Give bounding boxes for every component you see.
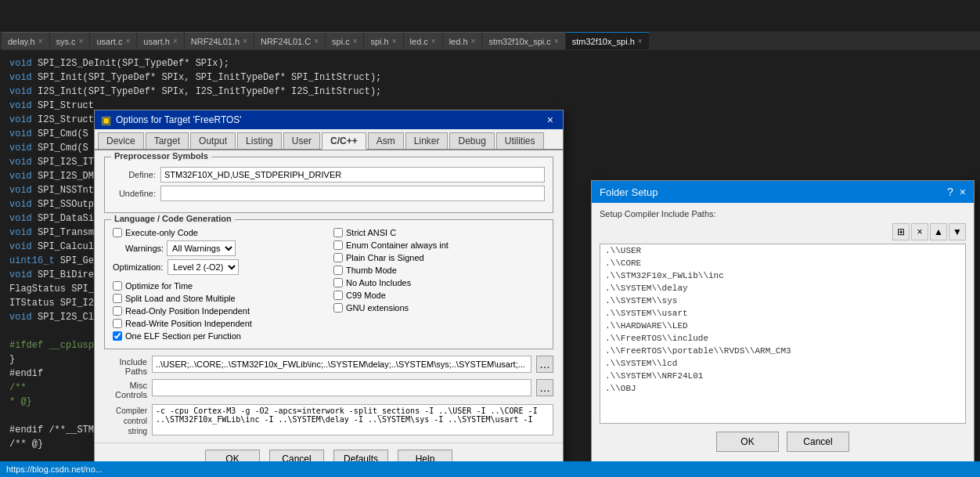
tab-close-icon[interactable]: ×	[173, 37, 178, 45]
folder-up-button[interactable]: ▲	[930, 223, 947, 240]
list-item[interactable]: .\\SYSTEM\\delay	[600, 282, 965, 295]
optimize-time-row: Optimize for Time	[113, 281, 324, 291]
list-item[interactable]: .\\FreeRTOS\\include	[600, 332, 965, 345]
c99-checkbox[interactable]	[333, 291, 343, 300]
folder-setup-dialog: Folder Setup ? × Setup Compiler Include …	[591, 180, 975, 462]
tab-close-icon[interactable]: ×	[125, 37, 130, 45]
folder-dialog-titlebar: Folder Setup ? ×	[592, 181, 974, 203]
tab-usart-h[interactable]: usart.h ×	[137, 32, 183, 49]
tab-sys-c[interactable]: sys.c ×	[50, 32, 90, 49]
warnings-label: Warnings:	[125, 244, 164, 253]
define-input[interactable]	[160, 167, 545, 182]
tab-user[interactable]: User	[283, 132, 320, 149]
tab-spi-h[interactable]: spi.h ×	[364, 32, 402, 49]
list-item[interactable]: .\\SYSTEM\\lcd	[600, 357, 965, 370]
list-item[interactable]: .\\CORE	[600, 257, 965, 269]
folder-delete-button[interactable]: ×	[911, 223, 928, 240]
tab-target[interactable]: Target	[146, 132, 189, 149]
list-item[interactable]: .\\SYSTEM\\usart	[600, 307, 965, 320]
tab-label: led.c	[410, 37, 428, 46]
optimization-row: Optimization: Level 2 (-O2)	[113, 259, 324, 275]
plain-char-checkbox[interactable]	[333, 253, 343, 262]
list-item[interactable]: .\\USER	[600, 244, 965, 257]
folder-dialog-content: Setup Compiler Include Paths: ⊞ × ▲ ▼ .\…	[592, 203, 974, 461]
execute-only-checkbox[interactable]	[113, 228, 122, 237]
list-item[interactable]: .\\SYSTEM\\NRF24L01	[600, 370, 965, 382]
tab-close-icon[interactable]: ×	[638, 37, 643, 45]
split-load-checkbox[interactable]	[113, 294, 122, 303]
tab-close-icon[interactable]: ×	[243, 37, 247, 45]
tab-linker[interactable]: Linker	[405, 132, 449, 149]
undefine-label: Undefine:	[113, 189, 156, 198]
folder-action-buttons: OK Cancel	[600, 424, 966, 455]
one-elf-row: One ELF Section per Function	[113, 331, 324, 341]
folder-toolbar: ⊞ × ▲ ▼	[600, 223, 966, 240]
tab-led-c[interactable]: led.c ×	[404, 32, 442, 49]
read-only-checkbox[interactable]	[113, 306, 122, 316]
tab-delay-h[interactable]: delay.h ×	[2, 32, 49, 49]
include-paths-browse-button[interactable]: …	[536, 356, 553, 373]
one-elf-checkbox[interactable]	[113, 331, 122, 341]
undefine-input[interactable]	[160, 186, 545, 201]
tab-close-icon[interactable]: ×	[392, 37, 397, 45]
optimization-select[interactable]: Level 2 (-O2)	[168, 259, 239, 275]
misc-controls-browse-button[interactable]: …	[536, 379, 553, 396]
folder-path-list[interactable]: .\\USER .\\CORE .\\STM32F10x_FWLib\\inc …	[600, 244, 966, 424]
options-dialog: ▣ Options for Target 'FreeRTOS' × Device…	[94, 110, 564, 475]
list-item[interactable]: .\\HARDWARE\\LED	[600, 320, 965, 332]
list-item[interactable]: .\\OBJ	[600, 382, 965, 395]
status-bar: https://blog.csdn.net/no...	[0, 461, 980, 477]
folder-add-button[interactable]: ⊞	[892, 223, 910, 240]
tab-label: stm32f10x_spi.c	[488, 37, 550, 46]
list-item[interactable]: .\\STM32F10x_FWLib\\inc	[600, 269, 965, 282]
folder-down-button[interactable]: ▼	[949, 223, 966, 240]
tab-output[interactable]: Output	[190, 132, 236, 149]
tab-stm32-spi-h[interactable]: stm32f10x_spi.h ×	[566, 32, 649, 49]
tab-close-icon[interactable]: ×	[554, 37, 559, 45]
list-item[interactable]: .\\FreeRTOS\\portable\\RVDS\\ARM_CM3	[600, 345, 965, 357]
tab-cpp[interactable]: C/C++	[322, 132, 366, 150]
optimize-time-checkbox[interactable]	[113, 281, 122, 291]
warnings-select[interactable]: All Warnings	[167, 240, 236, 256]
tab-close-icon[interactable]: ×	[431, 37, 436, 45]
strict-ansi-label: Strict ANSI C	[346, 228, 396, 237]
misc-controls-input[interactable]	[152, 379, 531, 396]
no-auto-checkbox[interactable]	[333, 278, 343, 287]
list-item[interactable]: .\\SYSTEM\\sys	[600, 295, 965, 307]
read-write-checkbox[interactable]	[113, 319, 122, 328]
thumb-mode-checkbox[interactable]	[333, 266, 343, 275]
gnu-ext-label: GNU extensions	[346, 303, 409, 313]
tab-nrf24l01-h[interactable]: NRF24L01.h ×	[185, 32, 254, 49]
folder-help-button[interactable]: ?	[947, 186, 953, 198]
split-load-row: Split Load and Store Multiple	[113, 294, 324, 303]
tab-asm[interactable]: Asm	[368, 132, 404, 149]
strict-ansi-checkbox[interactable]	[333, 228, 343, 237]
compiler-string-input[interactable]: -c -cpu Cortex-M3 -g -O2 -apcs=interwork…	[152, 404, 553, 435]
tab-led-h[interactable]: led.h ×	[443, 32, 482, 49]
tab-nrf24l01-c[interactable]: NRF24L01.C ×	[254, 32, 325, 49]
folder-close-button[interactable]: ×	[960, 186, 966, 198]
enum-container-checkbox[interactable]	[333, 240, 343, 250]
tab-utilities[interactable]: Utilities	[496, 132, 544, 149]
tab-debug[interactable]: Debug	[449, 132, 494, 149]
tab-label: stm32f10x_spi.h	[572, 37, 635, 46]
tab-close-icon[interactable]: ×	[353, 37, 358, 45]
folder-cancel-button[interactable]: Cancel	[787, 432, 849, 452]
dialog-close-button[interactable]: ×	[544, 114, 557, 126]
tab-listing[interactable]: Listing	[237, 132, 282, 149]
tab-label: NRF24L01.h	[191, 37, 240, 46]
tab-usart-c[interactable]: usart.c ×	[90, 32, 136, 49]
gnu-ext-checkbox[interactable]	[333, 303, 343, 313]
tab-close-icon[interactable]: ×	[314, 37, 319, 45]
folder-ok-button[interactable]: OK	[716, 432, 779, 452]
include-paths-input[interactable]	[152, 356, 531, 373]
tab-close-icon[interactable]: ×	[471, 37, 476, 45]
tab-close-icon[interactable]: ×	[79, 37, 84, 45]
plain-char-row: Plain Char is Signed	[333, 253, 545, 262]
tab-device[interactable]: Device	[98, 132, 144, 149]
tab-spi-c[interactable]: spi.c ×	[326, 32, 363, 49]
tab-stm32-spi-c[interactable]: stm32f10x_spi.c ×	[482, 32, 564, 49]
tab-close-icon[interactable]: ×	[38, 37, 43, 45]
status-url: https://blog.csdn.net/no...	[6, 464, 103, 474]
tab-bar: delay.h × sys.c × usart.c × usart.h × NR…	[0, 31, 980, 50]
